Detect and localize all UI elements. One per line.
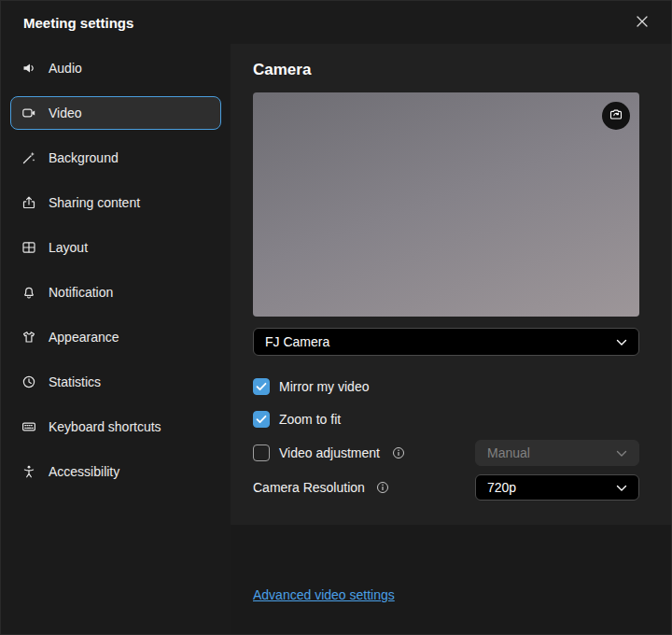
sidebar-item-sharing-content[interactable]: Sharing content — [10, 186, 221, 219]
video-adjustment-label: Video adjustment — [279, 445, 380, 460]
camera-resolution-label: Camera Resolution — [253, 480, 365, 495]
video-adjustment-checkbox[interactable] — [253, 444, 270, 461]
settings-sidebar: Audio Video Background Sharing content — [1, 44, 231, 634]
zoom-to-fit-row: Zoom to fit — [253, 407, 639, 431]
video-adjustment-option[interactable]: Video adjustment — [253, 444, 405, 461]
share-icon — [21, 195, 36, 210]
sidebar-item-label: Statistics — [49, 374, 101, 389]
camera-resolution-label-group: Camera Resolution — [253, 480, 389, 495]
close-button[interactable] — [630, 9, 654, 36]
keyboard-icon — [21, 419, 36, 434]
zoom-to-fit-label: Zoom to fit — [279, 412, 341, 427]
sidebar-item-label: Notification — [49, 285, 113, 300]
layout-grid-icon — [21, 240, 36, 255]
zoom-to-fit-checkbox[interactable] — [253, 411, 270, 428]
dialog-title: Meeting settings — [23, 15, 133, 31]
flip-camera-button[interactable] — [602, 102, 630, 130]
camera-select-value: FJ Camera — [265, 334, 329, 349]
section-title: Camera — [253, 61, 639, 79]
chevron-down-icon — [616, 480, 627, 495]
sidebar-item-keyboard-shortcuts[interactable]: Keyboard shortcuts — [10, 410, 221, 444]
clock-icon — [21, 374, 36, 389]
sidebar-item-audio[interactable]: Audio — [10, 51, 221, 85]
sidebar-item-appearance[interactable]: Appearance — [10, 320, 221, 354]
sidebar-item-notification[interactable]: Notification — [10, 275, 221, 309]
sidebar-item-statistics[interactable]: Statistics — [10, 365, 221, 399]
dialog-content: Audio Video Background Sharing content — [1, 44, 671, 634]
sidebar-item-label: Layout — [49, 240, 88, 255]
shirt-icon — [21, 330, 36, 345]
sidebar-item-label: Audio — [49, 61, 82, 76]
chevron-down-icon — [616, 445, 627, 460]
sidebar-item-video[interactable]: Video — [10, 96, 221, 130]
wand-icon — [21, 150, 36, 165]
sidebar-item-label: Video — [49, 106, 82, 120]
advanced-video-settings-link[interactable]: Advanced video settings — [253, 587, 395, 602]
meeting-settings-dialog: Meeting settings Audio Video — [0, 0, 672, 635]
camera-resolution-select[interactable]: 720p — [475, 474, 639, 501]
video-settings-footer: Advanced video settings — [231, 525, 671, 634]
mirror-checkbox[interactable] — [253, 378, 270, 395]
video-adjustment-select-value: Manual — [487, 445, 530, 460]
bell-icon — [21, 285, 36, 300]
video-adjustment-select: Manual — [475, 440, 639, 466]
camera-select[interactable]: FJ Camera — [253, 328, 639, 356]
video-camera-icon — [21, 106, 36, 120]
sidebar-item-label: Background — [49, 150, 119, 165]
video-adjustment-row: Video adjustment Manual — [253, 440, 639, 466]
accessibility-icon — [21, 464, 36, 479]
zoom-to-fit-option[interactable]: Zoom to fit — [253, 411, 341, 428]
sidebar-item-background[interactable]: Background — [10, 141, 221, 175]
titlebar: Meeting settings — [1, 1, 671, 44]
mirror-my-video-option[interactable]: Mirror my video — [253, 378, 369, 395]
mirror-label: Mirror my video — [279, 379, 369, 394]
sidebar-item-label: Keyboard shortcuts — [49, 419, 161, 434]
sidebar-item-accessibility[interactable]: Accessibility — [10, 455, 221, 488]
sidebar-item-layout[interactable]: Layout — [10, 231, 221, 264]
sidebar-item-label: Appearance — [49, 330, 119, 345]
video-settings-body: Camera FJ Camera — [231, 44, 671, 525]
close-icon — [636, 15, 649, 31]
flip-camera-icon — [609, 107, 623, 125]
camera-resolution-select-value: 720p — [487, 480, 516, 495]
video-settings-panel: Camera FJ Camera — [231, 44, 671, 634]
info-icon — [392, 446, 405, 459]
mirror-row: Mirror my video — [253, 374, 639, 399]
info-icon — [376, 481, 389, 494]
camera-preview — [253, 92, 639, 317]
sidebar-item-label: Sharing content — [49, 195, 140, 210]
sidebar-item-label: Accessibility — [49, 464, 119, 479]
camera-resolution-row: Camera Resolution 720p — [253, 474, 639, 501]
video-options: Mirror my video Zoom to fit — [253, 374, 639, 501]
chevron-down-icon — [616, 334, 627, 349]
speaker-icon — [21, 61, 36, 76]
